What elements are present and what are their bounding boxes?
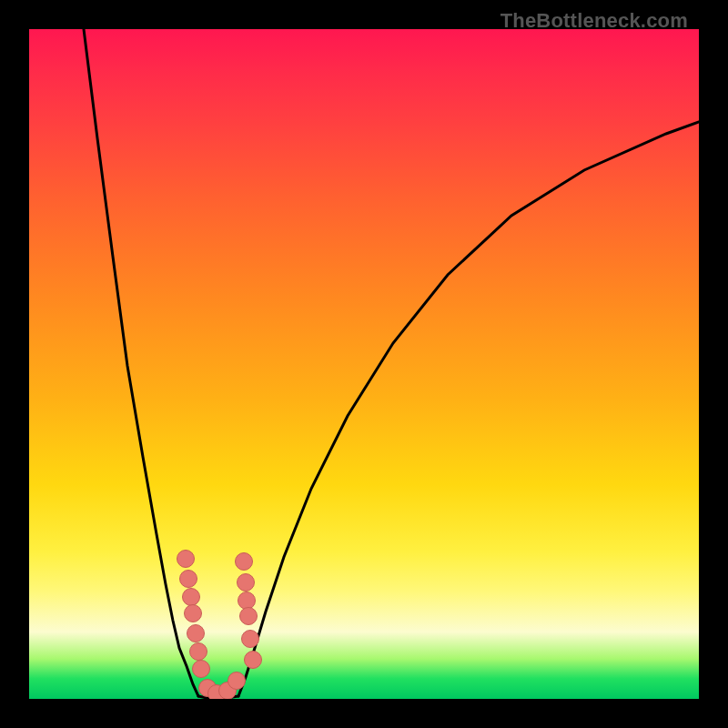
data-point	[177, 551, 195, 568]
data-point	[236, 553, 253, 571]
curve-right-arm	[238, 122, 699, 696]
data-point	[238, 592, 256, 610]
chart-svg	[29, 29, 699, 699]
data-point	[238, 574, 255, 592]
chart-frame: TheBottleneck.com	[0, 0, 728, 728]
data-point	[185, 605, 202, 622]
data-point	[183, 589, 200, 606]
data-point	[242, 631, 259, 648]
data-point	[245, 652, 262, 669]
data-point	[228, 672, 246, 690]
data-point	[187, 625, 205, 642]
curve-left-arm	[84, 29, 198, 696]
data-point	[190, 643, 207, 661]
data-point	[180, 571, 197, 588]
plot-area	[29, 29, 699, 699]
data-point	[193, 661, 210, 678]
data-point	[240, 608, 258, 625]
